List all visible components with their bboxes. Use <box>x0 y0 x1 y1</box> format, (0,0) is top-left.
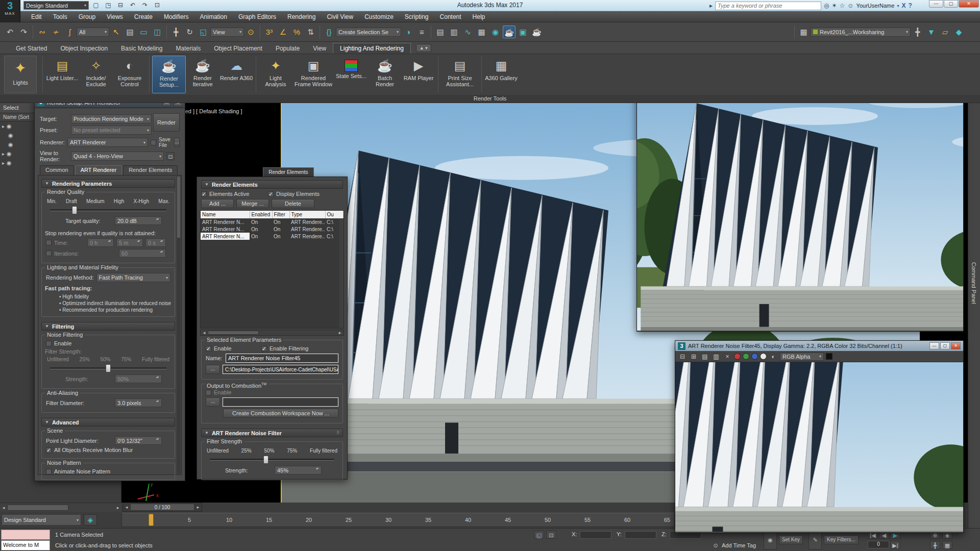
table-vertical-scrollbar[interactable] <box>339 219 344 329</box>
scrollbar-thumb[interactable] <box>7 505 68 511</box>
ram-player-button[interactable]: ▶RAM Player <box>402 56 435 93</box>
go-to-end-icon[interactable]: ▶| <box>890 541 900 549</box>
combustion-browse-button[interactable]: ... <box>206 397 220 407</box>
menu-views[interactable]: Views <box>101 11 129 22</box>
percent-snap-icon[interactable]: % <box>290 26 303 38</box>
state-sets-button[interactable]: State Sets... <box>334 56 368 93</box>
menu-help[interactable]: Help <box>467 11 491 22</box>
current-frame-field[interactable]: 0 <box>868 541 889 548</box>
align-icon[interactable]: ≡ <box>415 26 428 38</box>
strength-spinner[interactable]: 45% <box>275 466 322 474</box>
ribbon-tab-object-inspection[interactable]: Object Inspection <box>54 43 114 54</box>
set-key-button[interactable]: Set Key <box>779 535 803 544</box>
exchange-apps-icon[interactable]: X <box>901 2 905 9</box>
command-panel-strip[interactable]: Command Panel <box>968 43 980 528</box>
monochrome-icon[interactable]: ◐ <box>769 353 778 361</box>
y-coordinate-field[interactable] <box>625 531 656 539</box>
menu-modifiers[interactable]: Modifiers <box>158 11 194 22</box>
menu-rendering[interactable]: Rendering <box>282 11 321 22</box>
open-file-icon[interactable]: ◳ <box>103 1 113 10</box>
render-a360-button[interactable]: ☁Render A360 <box>219 56 253 93</box>
point-light-diameter-spinner[interactable]: 0'0 12/32" <box>115 436 162 445</box>
mirror-icon[interactable]: ◑ <box>402 26 414 38</box>
rendering-method-dropdown[interactable]: Fast Path Tracing <box>96 273 170 282</box>
scene-explorer-icon[interactable]: ▤ <box>434 26 447 38</box>
minimize-button[interactable]: — <box>929 0 943 8</box>
slider-thumb[interactable] <box>263 456 268 464</box>
column-header[interactable]: Ou <box>325 211 344 218</box>
search-icon[interactable]: ◎ <box>824 2 829 9</box>
output-path-field[interactable]: C:\Desktop-Projects\USAirforce-CadetChap… <box>223 365 338 374</box>
rfw2-title-bar[interactable]: 3 ART Renderer Noise Filter45, Display G… <box>675 341 963 351</box>
user-icon[interactable]: ☺ <box>847 2 853 9</box>
scroll-left-icon[interactable]: ◂ <box>0 504 7 512</box>
angle-snap-icon[interactable]: ∠ <box>277 26 289 38</box>
element-name-field[interactable]: ART Renderer Noise Filter45 <box>226 354 338 363</box>
save-image-icon[interactable]: ⊟ <box>678 353 687 361</box>
lock-view-icon[interactable]: ⊡ <box>166 152 175 160</box>
search-expand-icon[interactable]: ▸ <box>709 2 713 9</box>
light-lister-button[interactable]: ▤Light Lister... <box>45 56 79 93</box>
layer-list-icon[interactable]: ▦ <box>797 26 810 38</box>
maximize-button[interactable]: ▢ <box>940 342 950 349</box>
tab-art-renderer[interactable]: ART Renderer <box>75 165 122 175</box>
slider-thumb[interactable] <box>72 206 77 214</box>
menu-content[interactable]: Content <box>434 11 467 22</box>
schematic-view-icon[interactable]: ▦ <box>475 26 488 38</box>
key-filters-button[interactable]: Key Filters... <box>824 535 859 544</box>
view-to-render-dropdown[interactable]: Quad 4 - Hero-View <box>71 152 164 161</box>
render-elements-tab[interactable]: Render Elements <box>263 167 314 177</box>
workspace-dropdown[interactable]: Design Standard▾ <box>23 1 89 10</box>
clear-image-icon[interactable]: × <box>723 353 732 361</box>
named-selection-set-dropdown[interactable]: Create Selection Se <box>336 28 401 37</box>
rollout-render-elements[interactable]: ▼Render Elements <box>201 180 343 189</box>
filter-diameter-spinner[interactable]: 3.0 pixels <box>115 398 162 407</box>
menu-customize[interactable]: Customize <box>359 11 399 22</box>
scroll-left-icon[interactable]: ◂ <box>201 330 208 335</box>
strength-spinner[interactable]: 50% <box>115 374 162 383</box>
username[interactable]: YourUserName <box>856 3 895 9</box>
rollout-advanced[interactable]: ▼Advanced <box>41 418 175 427</box>
scroll-right-icon[interactable]: ▸ <box>114 504 121 512</box>
print-size-assistant-button[interactable]: ▤Print Size Assistant... <box>441 56 479 93</box>
ribbon-tab-materials[interactable]: Materials <box>169 43 207 54</box>
help-icon[interactable]: ? <box>908 2 912 9</box>
redo-icon[interactable]: ↷ <box>140 1 150 10</box>
undo-icon[interactable]: ↶ <box>128 1 138 10</box>
curve-editor-icon[interactable]: ∿ <box>461 26 474 38</box>
column-header[interactable]: Enabled <box>250 211 272 218</box>
drag-grip-icon[interactable]: ⠿ <box>336 431 339 435</box>
reference-coordinate-dropdown[interactable]: View <box>210 28 244 37</box>
communication-center-icon[interactable]: ✶ <box>832 2 837 9</box>
render-setup-button[interactable]: ☕Render Setup... <box>152 56 186 93</box>
layer-dropdown[interactable]: Revit2016_...Worksharing­ <box>811 28 911 37</box>
elements-table[interactable]: Name Enabled Filter Type Ou ART Renderer… <box>200 210 344 329</box>
table-row[interactable]: ART Renderer N...OnOnART Rendere...C:\ <box>201 233 344 240</box>
scroll-right-icon[interactable]: ▸ <box>336 330 344 335</box>
rendered-frame-window-icon[interactable]: ▣ <box>517 26 529 38</box>
ribbon-tab-basic-modeling[interactable]: Basic Modeling <box>114 43 169 54</box>
menu-civil-view[interactable]: Civil View <box>321 11 359 22</box>
snap-toggle-3d-icon[interactable]: 3³ <box>263 26 276 38</box>
select-and-rotate-icon[interactable]: ↻ <box>183 26 196 38</box>
maximize-viewport-icon[interactable]: ▦ <box>942 541 952 549</box>
create-new-layer-icon[interactable]: ╋ <box>911 26 924 38</box>
rollout-rendering-parameters[interactable]: ▼Rendering Parameters <box>41 179 175 188</box>
x-coordinate-field[interactable] <box>580 531 611 539</box>
table-horizontal-scrollbar[interactable]: ◂ ▸ <box>200 330 344 336</box>
renderer-dropdown[interactable]: ART Renderer <box>67 138 148 147</box>
filter-strength-slider[interactable] <box>50 367 166 369</box>
motion-blur-checkbox[interactable] <box>46 447 52 453</box>
column-header[interactable]: Name <box>201 211 250 218</box>
elements-active-checkbox[interactable] <box>201 191 207 197</box>
material-editor-icon[interactable]: ◉ <box>489 26 502 38</box>
enable-checkbox[interactable] <box>206 346 211 352</box>
select-and-place-icon[interactable]: ⊙ <box>244 26 257 38</box>
save-file-icon[interactable]: ⊟ <box>115 1 126 10</box>
spinner-snap-icon[interactable]: ⇅ <box>304 26 317 38</box>
eye-icon[interactable]: ◉ <box>8 141 13 148</box>
light-analysis-button[interactable]: ✦Light Analysis <box>259 56 292 93</box>
close-button[interactable]: ✕ <box>959 0 979 8</box>
select-and-scale-icon[interactable]: ◱ <box>197 26 210 38</box>
render-quality-slider[interactable] <box>50 209 166 211</box>
